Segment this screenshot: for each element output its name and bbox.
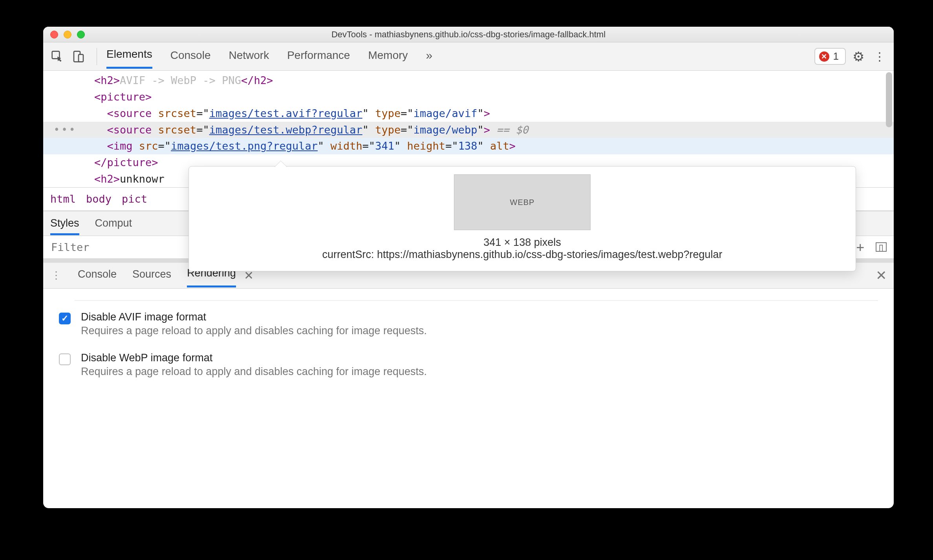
drawer-tab-sources[interactable]: Sources	[132, 264, 171, 287]
expand-ellipsis-icon[interactable]: •••	[46, 122, 85, 137]
rendering-panel: Disable AVIF image format Requires a pag…	[43, 289, 894, 404]
tab-elements[interactable]: Elements	[106, 44, 152, 69]
dom-line[interactable]: <h2>AVIF -> WebP -> PNG</h2>	[43, 72, 894, 89]
dom-line[interactable]: <source srcset="images/test.avif?regular…	[43, 105, 894, 122]
box-model-icon[interactable]: ▯	[876, 242, 887, 252]
subtab-computed[interactable]: Comput	[95, 217, 132, 229]
drawer-menu-icon[interactable]: ⋮	[50, 269, 62, 282]
subtab-styles[interactable]: Styles	[50, 217, 79, 235]
drawer-tab-console[interactable]: Console	[78, 264, 117, 287]
svg-rect-2	[79, 54, 83, 62]
dom-line-hover[interactable]: <img src="images/test.png?regular" width…	[43, 138, 894, 154]
devtools-window: DevTools - mathiasbynens.github.io/css-d…	[43, 27, 894, 508]
tabs-overflow-icon[interactable]: »	[426, 45, 433, 68]
main-toolbar: Elements Console Network Performance Mem…	[43, 42, 894, 71]
checkbox-webp[interactable]	[59, 353, 71, 365]
tab-network[interactable]: Network	[229, 45, 269, 68]
toolbar-divider	[97, 48, 97, 65]
crumb-picture[interactable]: pict	[122, 191, 147, 207]
crumb-html[interactable]: html	[50, 191, 76, 207]
device-toolbar-icon[interactable]	[70, 48, 87, 65]
image-hover-tooltip: WEBP 341 × 138 pixels currentSrc: https:…	[188, 166, 856, 271]
tab-memory[interactable]: Memory	[368, 45, 408, 68]
error-count-badge[interactable]: ✕ 1	[814, 48, 846, 65]
scrollbar-thumb[interactable]	[886, 72, 892, 127]
titlebar: DevTools - mathiasbynens.github.io/css-d…	[43, 27, 894, 42]
option-desc: Requires a page reload to apply and disa…	[81, 366, 427, 378]
more-menu-icon[interactable]: ⋮	[871, 48, 888, 65]
close-icon[interactable]	[50, 31, 58, 38]
image-dimensions: 341 × 138 pixels	[201, 236, 844, 249]
section-divider	[75, 300, 878, 301]
panel-tabs: Elements Console Network Performance Mem…	[106, 44, 432, 69]
close-drawer-icon[interactable]: ✕	[876, 267, 887, 283]
zoom-icon[interactable]	[77, 31, 85, 38]
option-label: Disable AVIF image format	[81, 311, 427, 323]
inspect-element-icon[interactable]	[49, 48, 66, 65]
checkbox-avif[interactable]	[59, 313, 71, 324]
tab-console[interactable]: Console	[170, 45, 211, 68]
option-desc: Requires a page reload to apply and disa…	[81, 325, 427, 337]
image-current-src: currentSrc: https://mathiasbynens.github…	[201, 249, 844, 261]
dom-line-selected[interactable]: ••• <source srcset="images/test.webp?reg…	[43, 122, 894, 138]
tab-performance[interactable]: Performance	[287, 45, 350, 68]
dom-line[interactable]: <picture>	[43, 89, 894, 105]
option-disable-avif[interactable]: Disable AVIF image format Requires a pag…	[59, 311, 878, 337]
error-icon: ✕	[819, 51, 829, 62]
window-title: DevTools - mathiasbynens.github.io/css-d…	[43, 29, 894, 40]
traffic-lights	[43, 31, 85, 38]
settings-gear-icon[interactable]: ⚙	[850, 48, 867, 65]
option-disable-webp[interactable]: Disable WebP image format Requires a pag…	[59, 352, 878, 378]
crumb-body[interactable]: body	[86, 191, 112, 207]
image-thumbnail: WEBP	[454, 174, 591, 230]
option-label: Disable WebP image format	[81, 352, 427, 364]
new-style-rule-icon[interactable]: +	[856, 239, 865, 255]
minimize-icon[interactable]	[64, 31, 71, 38]
error-count: 1	[833, 50, 839, 62]
